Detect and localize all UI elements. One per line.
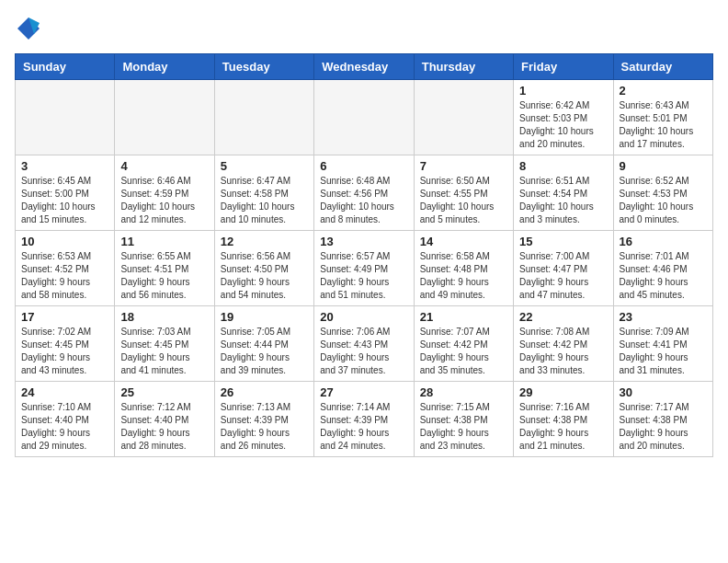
day-number: 1 (519, 84, 607, 98)
day-number: 23 (620, 310, 707, 324)
day-info: Sunrise: 7:13 AM Sunset: 4:39 PM Dayligh… (221, 401, 308, 453)
weekday-header: Saturday (613, 54, 712, 80)
day-number: 17 (21, 310, 108, 324)
day-info: Sunrise: 7:09 AM Sunset: 4:41 PM Dayligh… (620, 326, 707, 377)
calendar-cell: 3Sunrise: 6:45 AM Sunset: 5:00 PM Daylig… (16, 155, 115, 231)
weekday-header: Wednesday (314, 54, 414, 80)
calendar-cell: 4Sunrise: 6:46 AM Sunset: 4:59 PM Daylig… (115, 155, 214, 231)
day-info: Sunrise: 6:50 AM Sunset: 4:55 PM Dayligh… (420, 175, 507, 226)
calendar-week-row: 10Sunrise: 6:53 AM Sunset: 4:52 PM Dayli… (16, 231, 713, 306)
calendar-cell: 30Sunrise: 7:17 AM Sunset: 4:38 PM Dayli… (613, 382, 712, 457)
calendar-cell: 27Sunrise: 7:14 AM Sunset: 4:39 PM Dayli… (314, 382, 414, 457)
calendar-cell (115, 80, 214, 155)
calendar-cell: 9Sunrise: 6:52 AM Sunset: 4:53 PM Daylig… (613, 155, 712, 231)
day-info: Sunrise: 6:58 AM Sunset: 4:48 PM Dayligh… (420, 250, 507, 302)
day-number: 30 (620, 385, 707, 399)
day-number: 2 (620, 84, 707, 98)
day-info: Sunrise: 6:52 AM Sunset: 4:53 PM Dayligh… (620, 175, 707, 226)
calendar-cell: 21Sunrise: 7:07 AM Sunset: 4:42 PM Dayli… (414, 306, 513, 382)
calendar-cell: 24Sunrise: 7:10 AM Sunset: 4:40 PM Dayli… (16, 382, 115, 457)
calendar-cell: 15Sunrise: 7:00 AM Sunset: 4:47 PM Dayli… (514, 231, 613, 306)
day-info: Sunrise: 6:53 AM Sunset: 4:52 PM Dayligh… (21, 250, 108, 302)
calendar-cell: 22Sunrise: 7:08 AM Sunset: 4:42 PM Dayli… (514, 306, 613, 382)
calendar-cell: 6Sunrise: 6:48 AM Sunset: 4:56 PM Daylig… (314, 155, 414, 231)
day-info: Sunrise: 7:06 AM Sunset: 4:43 PM Dayligh… (320, 326, 407, 377)
day-info: Sunrise: 6:42 AM Sunset: 5:03 PM Dayligh… (519, 99, 607, 151)
day-number: 22 (519, 310, 607, 324)
logo-icon (15, 15, 42, 42)
day-info: Sunrise: 7:05 AM Sunset: 4:44 PM Dayligh… (221, 326, 308, 377)
calendar-cell: 17Sunrise: 7:02 AM Sunset: 4:45 PM Dayli… (16, 306, 115, 382)
day-number: 14 (420, 235, 507, 248)
calendar-cell: 2Sunrise: 6:43 AM Sunset: 5:01 PM Daylig… (613, 80, 712, 155)
day-number: 5 (221, 159, 308, 173)
calendar-table: SundayMondayTuesdayWednesdayThursdayFrid… (15, 53, 713, 457)
day-info: Sunrise: 6:55 AM Sunset: 4:51 PM Dayligh… (120, 250, 208, 302)
calendar-cell: 16Sunrise: 7:01 AM Sunset: 4:46 PM Dayli… (613, 231, 712, 306)
page-header (15, 15, 713, 42)
calendar-cell: 23Sunrise: 7:09 AM Sunset: 4:41 PM Dayli… (613, 306, 712, 382)
weekday-header: Sunday (16, 54, 115, 80)
calendar-cell (16, 80, 115, 155)
calendar-header-row: SundayMondayTuesdayWednesdayThursdayFrid… (16, 54, 713, 80)
day-info: Sunrise: 6:56 AM Sunset: 4:50 PM Dayligh… (221, 250, 308, 302)
day-info: Sunrise: 6:51 AM Sunset: 4:54 PM Dayligh… (519, 175, 607, 226)
calendar-cell (214, 80, 313, 155)
calendar-cell: 12Sunrise: 6:56 AM Sunset: 4:50 PM Dayli… (214, 231, 313, 306)
day-number: 20 (320, 310, 407, 324)
day-number: 28 (420, 385, 507, 399)
day-info: Sunrise: 7:10 AM Sunset: 4:40 PM Dayligh… (21, 401, 108, 453)
day-info: Sunrise: 7:03 AM Sunset: 4:45 PM Dayligh… (120, 326, 208, 377)
weekday-header: Tuesday (214, 54, 313, 80)
calendar-week-row: 24Sunrise: 7:10 AM Sunset: 4:40 PM Dayli… (16, 382, 713, 457)
calendar-cell: 29Sunrise: 7:16 AM Sunset: 4:38 PM Dayli… (514, 382, 613, 457)
calendar-week-row: 1Sunrise: 6:42 AM Sunset: 5:03 PM Daylig… (16, 80, 713, 155)
day-number: 25 (120, 385, 208, 399)
day-number: 9 (620, 159, 707, 173)
day-number: 29 (519, 385, 607, 399)
day-info: Sunrise: 7:12 AM Sunset: 4:40 PM Dayligh… (120, 401, 208, 453)
day-number: 24 (21, 385, 108, 399)
calendar-cell: 20Sunrise: 7:06 AM Sunset: 4:43 PM Dayli… (314, 306, 414, 382)
calendar-cell: 28Sunrise: 7:15 AM Sunset: 4:38 PM Dayli… (414, 382, 513, 457)
day-info: Sunrise: 6:45 AM Sunset: 5:00 PM Dayligh… (21, 175, 108, 226)
day-info: Sunrise: 6:43 AM Sunset: 5:01 PM Dayligh… (620, 99, 707, 151)
calendar-cell: 25Sunrise: 7:12 AM Sunset: 4:40 PM Dayli… (115, 382, 214, 457)
day-info: Sunrise: 7:08 AM Sunset: 4:42 PM Dayligh… (519, 326, 607, 377)
day-number: 10 (21, 235, 108, 248)
day-number: 27 (320, 385, 407, 399)
day-number: 6 (320, 159, 407, 173)
calendar-cell: 14Sunrise: 6:58 AM Sunset: 4:48 PM Dayli… (414, 231, 513, 306)
calendar-cell: 7Sunrise: 6:50 AM Sunset: 4:55 PM Daylig… (414, 155, 513, 231)
day-info: Sunrise: 6:47 AM Sunset: 4:58 PM Dayligh… (221, 175, 308, 226)
day-info: Sunrise: 7:07 AM Sunset: 4:42 PM Dayligh… (420, 326, 507, 377)
day-info: Sunrise: 7:17 AM Sunset: 4:38 PM Dayligh… (620, 401, 707, 453)
weekday-header: Thursday (414, 54, 513, 80)
day-number: 7 (420, 159, 507, 173)
day-info: Sunrise: 6:48 AM Sunset: 4:56 PM Dayligh… (320, 175, 407, 226)
day-number: 19 (221, 310, 308, 324)
day-number: 18 (120, 310, 208, 324)
calendar-cell (314, 80, 414, 155)
day-info: Sunrise: 6:46 AM Sunset: 4:59 PM Dayligh… (120, 175, 208, 226)
day-number: 15 (519, 235, 607, 248)
day-info: Sunrise: 6:57 AM Sunset: 4:49 PM Dayligh… (320, 250, 407, 302)
day-number: 8 (519, 159, 607, 173)
day-info: Sunrise: 7:01 AM Sunset: 4:46 PM Dayligh… (620, 250, 707, 302)
day-number: 21 (420, 310, 507, 324)
day-number: 26 (221, 385, 308, 399)
day-number: 3 (21, 159, 108, 173)
calendar-cell: 18Sunrise: 7:03 AM Sunset: 4:45 PM Dayli… (115, 306, 214, 382)
weekday-header: Friday (514, 54, 613, 80)
calendar-week-row: 17Sunrise: 7:02 AM Sunset: 4:45 PM Dayli… (16, 306, 713, 382)
day-info: Sunrise: 7:02 AM Sunset: 4:45 PM Dayligh… (21, 326, 108, 377)
day-number: 4 (120, 159, 208, 173)
day-number: 16 (620, 235, 707, 248)
day-number: 12 (221, 235, 308, 248)
calendar-cell: 8Sunrise: 6:51 AM Sunset: 4:54 PM Daylig… (514, 155, 613, 231)
calendar-cell: 11Sunrise: 6:55 AM Sunset: 4:51 PM Dayli… (115, 231, 214, 306)
calendar-cell (414, 80, 513, 155)
day-info: Sunrise: 7:14 AM Sunset: 4:39 PM Dayligh… (320, 401, 407, 453)
day-number: 13 (320, 235, 407, 248)
day-info: Sunrise: 7:15 AM Sunset: 4:38 PM Dayligh… (420, 401, 507, 453)
